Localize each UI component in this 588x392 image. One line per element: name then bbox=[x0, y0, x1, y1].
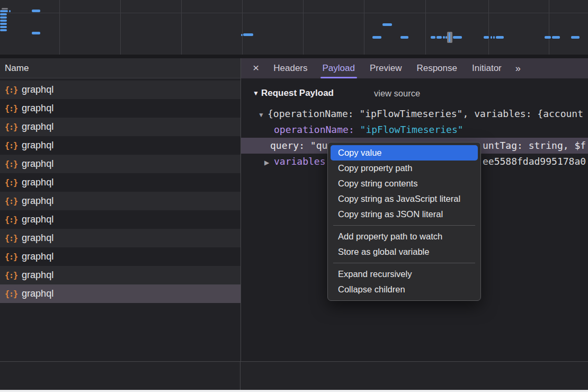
overview-gridline bbox=[425, 0, 426, 55]
json-fetch-icon: {:} bbox=[5, 122, 17, 132]
table-row[interactable]: {:}graphql bbox=[0, 173, 240, 192]
request-name: graphql bbox=[22, 251, 54, 262]
menu-item-store-as-global-variable[interactable]: Store as global variable bbox=[331, 244, 478, 260]
request-timing-bar bbox=[453, 36, 462, 39]
menu-separator bbox=[333, 263, 475, 263]
json-fetch-icon: {:} bbox=[5, 159, 17, 169]
menu-item-copy-string-as-javascript-literal[interactable]: Copy string as JavaScript literal bbox=[331, 191, 478, 207]
tab-payload[interactable]: Payload bbox=[315, 58, 362, 78]
request-timing-bar bbox=[443, 36, 445, 39]
playhead-marker[interactable] bbox=[447, 32, 452, 43]
tab-headers[interactable]: Headers bbox=[266, 58, 315, 78]
request-name: graphql bbox=[22, 84, 54, 95]
tab-preview[interactable]: Preview bbox=[362, 58, 409, 78]
request-timing-bar bbox=[32, 32, 40, 34]
request-timing-bar bbox=[0, 16, 7, 19]
json-fetch-icon: {:} bbox=[5, 252, 17, 262]
menu-item-expand-recursively[interactable]: Expand recursively bbox=[331, 266, 478, 282]
table-row[interactable]: {:}graphql bbox=[0, 136, 240, 155]
json-fetch-icon: {:} bbox=[5, 104, 17, 113]
table-row[interactable]: {:}graphql bbox=[0, 118, 240, 136]
json-fetch-icon: {:} bbox=[5, 215, 17, 225]
more-tabs-icon[interactable]: » bbox=[515, 63, 520, 74]
network-overview-timeline[interactable] bbox=[0, 0, 588, 55]
table-row[interactable]: {:}graphql bbox=[0, 210, 240, 229]
table-row[interactable]: {:}graphql bbox=[0, 266, 240, 284]
request-timing-bar bbox=[243, 33, 253, 36]
menu-item-copy-string-contents[interactable]: Copy string contents bbox=[331, 176, 478, 191]
table-row[interactable]: {:}graphql bbox=[0, 247, 240, 266]
request-timing-bar bbox=[400, 36, 408, 39]
menu-item-collapse-children[interactable]: Collapse children bbox=[331, 282, 478, 297]
name-column-label: Name bbox=[5, 63, 29, 74]
overview-divider bbox=[0, 55, 588, 58]
table-row[interactable]: {:}graphql bbox=[0, 229, 240, 247]
request-timing-bar bbox=[571, 36, 580, 39]
menu-item-copy-property-path[interactable]: Copy property path bbox=[331, 161, 478, 176]
request-timing-bar bbox=[241, 34, 243, 36]
json-fetch-icon: {:} bbox=[5, 271, 17, 280]
request-name: graphql bbox=[22, 195, 54, 207]
section-collapse-arrow[interactable]: ▼ bbox=[253, 90, 261, 97]
request-name: graphql bbox=[22, 121, 54, 132]
overview-gridline bbox=[303, 0, 304, 55]
tab-response[interactable]: Response bbox=[409, 58, 465, 78]
summary-bar bbox=[0, 362, 588, 390]
section-title: Request Payload bbox=[261, 88, 334, 99]
menu-separator bbox=[333, 225, 475, 226]
request-rows: {:}graphql{:}graphql{:}graphql{:}graphql… bbox=[0, 81, 240, 303]
menu-item-add-property-path-to-watch[interactable]: Add property path to watch bbox=[331, 229, 478, 244]
request-timing-bar bbox=[2, 8, 8, 10]
overview-gridline bbox=[549, 0, 549, 55]
json-fetch-icon: {:} bbox=[5, 234, 17, 243]
close-icon[interactable]: × bbox=[253, 58, 259, 78]
request-timing-bar bbox=[491, 36, 492, 39]
table-row[interactable]: {:}graphql bbox=[0, 192, 240, 210]
request-name: graphql bbox=[22, 177, 54, 188]
request-timing-bar bbox=[32, 10, 40, 12]
request-timing-bar bbox=[382, 23, 392, 26]
collapse-arrow-icon[interactable]: ▼ bbox=[258, 107, 268, 123]
request-name: graphql bbox=[22, 270, 54, 281]
request-timing-bar bbox=[0, 29, 7, 31]
request-timing-bar bbox=[0, 20, 7, 22]
context-menu: Copy valueCopy property pathCopy string … bbox=[327, 142, 481, 301]
request-timing-bar bbox=[436, 36, 442, 39]
requests-table: Name {:}graphql{:}graphql{:}graphql{:}gr… bbox=[0, 58, 240, 361]
overview-gridline bbox=[120, 0, 121, 55]
request-timing-bar bbox=[493, 36, 495, 39]
request-name: graphql bbox=[22, 288, 54, 299]
table-row[interactable]: {:}graphql bbox=[0, 81, 240, 99]
overview-gridline bbox=[242, 0, 243, 55]
name-column-header[interactable]: Name bbox=[0, 58, 240, 78]
property-key: operationName: bbox=[274, 124, 360, 135]
variables-text-right: ee5588fdad995178a0 bbox=[483, 154, 586, 170]
query-text-right: untTag: string, $f bbox=[483, 138, 586, 154]
request-name: graphql bbox=[22, 214, 54, 225]
tree-row-root-preview[interactable]: ▼{operationName: "ipFlowTimeseries", var… bbox=[241, 106, 588, 122]
overview-baseline bbox=[0, 13, 588, 13]
property-key: variables bbox=[274, 156, 326, 167]
request-timing-bar bbox=[0, 13, 7, 15]
view-source-link[interactable]: view source bbox=[374, 88, 420, 99]
window-bottom-edge bbox=[0, 390, 588, 392]
request-name: graphql bbox=[22, 233, 54, 244]
json-fetch-icon: {:} bbox=[5, 197, 17, 206]
request-timing-bar bbox=[552, 36, 560, 39]
table-row[interactable]: {:}graphql bbox=[0, 284, 240, 303]
expand-arrow-icon[interactable]: ▶ bbox=[264, 155, 274, 171]
playhead-marker-line bbox=[449, 33, 450, 42]
request-timing-bar bbox=[0, 23, 7, 25]
table-row[interactable]: {:}graphql bbox=[0, 99, 240, 118]
detail-tab-bar: × HeadersPayloadPreviewResponseInitiator… bbox=[241, 58, 588, 78]
menu-item-copy-value[interactable]: Copy value bbox=[331, 145, 478, 161]
request-timing-bar bbox=[496, 36, 504, 39]
json-fetch-icon: {:} bbox=[5, 141, 17, 150]
json-fetch-icon: {:} bbox=[5, 289, 17, 299]
request-name: graphql bbox=[22, 103, 54, 114]
menu-item-copy-string-as-json-literal[interactable]: Copy string as JSON literal bbox=[331, 207, 478, 222]
tree-row-operation-name[interactable]: operationName: "ipFlowTimeseries" bbox=[241, 122, 588, 138]
tab-initiator[interactable]: Initiator bbox=[465, 58, 509, 78]
table-row[interactable]: {:}graphql bbox=[0, 155, 240, 173]
request-timing-bar bbox=[431, 36, 435, 39]
